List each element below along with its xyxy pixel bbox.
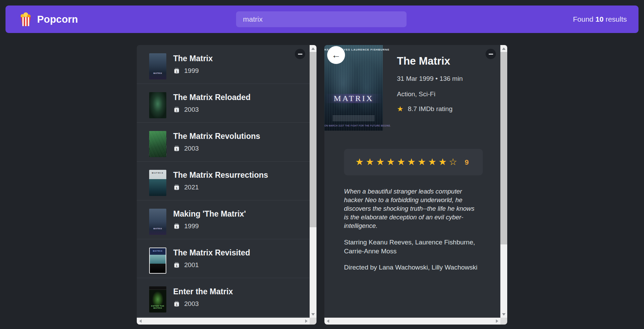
scroll-left-button[interactable] [137,318,144,325]
scroll-right-icon [496,319,498,323]
scrollbar-corner [500,318,507,325]
vertical-scrollbar[interactable] [310,45,317,318]
results-panel-minimize-button[interactable] [295,49,305,59]
scroll-down-button[interactable] [310,311,317,318]
user-rating-value: 9 [465,158,469,166]
svg-text:1: 1 [176,303,177,306]
rating-star-1[interactable]: ★ [355,157,364,167]
back-arrow-icon: ← [332,50,341,61]
results-panel: MATRIX The Matrix 1 1999 The Matrix Relo… [137,45,317,325]
movie-list-item[interactable]: ENTER THE MATRIX Enter the Matrix 1 2003 [137,278,310,317]
poster-tagline: ON MARCH 31ST THE FIGHT FOR THE FUTURE B… [324,124,383,127]
scroll-down-button[interactable] [500,311,507,318]
movie-title: The Matrix Revisited [173,248,250,257]
rating-star-7[interactable]: ★ [418,157,426,167]
scroll-down-icon [502,313,506,316]
poster-label: MATRIX [149,172,166,174]
calendar-icon: 1 [173,184,180,191]
movie-list-item[interactable]: MATRIX The Matrix 1 1999 [137,45,310,84]
detail-content: ← KEANU REEVES LAURENCE FISHBURNE MATRIX… [324,45,500,318]
calendar-icon: 1 [173,67,180,74]
movie-title: The Matrix [173,53,213,63]
vertical-scrollbar[interactable] [500,45,507,318]
svg-text:1: 1 [176,186,177,190]
detail-genres: Action, Sci-Fi [397,90,463,98]
movie-title: Enter the Matrix [173,286,233,296]
scroll-left-button[interactable] [324,318,331,325]
movie-title: The Matrix Resurrections [173,170,268,180]
imdb-star-icon: ★ [397,105,403,113]
calendar-icon: 1 [173,145,180,152]
app-title: Popcorn [37,14,78,25]
movie-poster-thumbnail [149,131,166,157]
rating-star-4[interactable]: ★ [387,157,395,167]
results-suffix: results [606,15,627,23]
app-header: Popcorn Found 10 results [5,6,639,33]
movie-year: 2001 [184,261,199,269]
scroll-up-button[interactable] [500,45,507,52]
horizontal-scrollbar[interactable] [324,318,500,325]
svg-text:1: 1 [176,264,177,267]
rating-star-3[interactable]: ★ [376,157,384,167]
brand: Popcorn [21,6,78,33]
vertical-scrollbar-thumb[interactable] [310,52,317,227]
movie-year: 2003 [184,145,199,152]
rating-star-6[interactable]: ★ [407,157,415,167]
movie-list-item[interactable]: MATRIX Making 'The Matrix' 1 1999 [137,200,310,239]
poster-label: ENTER THE MATRIX [149,305,166,309]
horizontal-scrollbar[interactable] [137,318,310,325]
poster-credits-block [333,116,375,121]
movie-list: MATRIX The Matrix 1 1999 The Matrix Relo… [137,45,310,318]
scrollbar-corner [310,318,317,325]
movie-poster-thumbnail: ENTER THE MATRIX [149,286,166,312]
calendar-icon: 1 [173,300,180,307]
poster-label: MATRIX [150,250,166,252]
search-input[interactable] [236,11,407,27]
scroll-up-icon [502,47,506,50]
movie-list-item[interactable]: The Matrix Revolutions 1 2003 [137,123,310,162]
svg-text:1: 1 [176,70,177,73]
scroll-left-icon [139,319,142,323]
scroll-right-button[interactable] [493,318,500,325]
rating-star-10[interactable]: ☆ [449,157,457,167]
user-rating-stars[interactable]: ★★★★★★★★★☆ [355,157,459,167]
svg-text:1: 1 [176,147,177,151]
movie-year: 2021 [184,184,199,191]
detail-panel-minimize-button[interactable] [486,49,496,59]
calendar-icon: 1 [173,223,180,230]
scroll-down-icon [311,313,315,316]
poster-label: MATRIX [149,228,166,230]
starring-text: Starring Keanu Reeves, Laurence Fishburn… [344,238,482,256]
plot-text: When a beautiful stranger leads computer… [344,187,479,230]
rating-star-8[interactable]: ★ [428,157,436,167]
scroll-right-button[interactable] [303,318,310,325]
scroll-right-icon [305,319,308,323]
vertical-scrollbar-thumb[interactable] [500,52,507,244]
user-rating-widget: ★★★★★★★★★☆ 9 [344,149,483,175]
detail-date-runtime: 31 Mar 1999 • 136 min [397,75,463,83]
movie-poster-thumbnail: MATRIX [149,209,166,235]
directed-by-text: Directed by Lana Wachowski, Lilly Wachow… [344,263,482,272]
scroll-up-button[interactable] [310,45,317,52]
movie-poster-thumbnail: MATRIX [149,53,166,79]
results-prefix: Found [573,15,593,23]
movie-list-item[interactable]: MATRIX The Matrix Resurrections 1 2021 [137,162,310,200]
calendar-icon: 1 [173,262,180,268]
rating-star-9[interactable]: ★ [438,157,447,167]
back-button[interactable]: ← [327,46,345,64]
movie-list-item[interactable]: The Matrix Reloaded 1 2003 [137,84,310,123]
movie-year: 2003 [184,300,199,308]
movie-poster-thumbnail: MATRIX [149,170,166,196]
scroll-left-icon [327,319,329,323]
movie-list-item[interactable]: MATRIX The Matrix Revisited 1 2001 [137,239,310,278]
svg-text:1: 1 [176,109,177,112]
rating-star-2[interactable]: ★ [366,157,374,167]
movie-title: The Matrix Reloaded [173,92,251,102]
rating-star-5[interactable]: ★ [397,157,405,167]
movie-poster-thumbnail: MATRIX [149,248,166,274]
movie-year: 1999 [184,67,199,75]
imdb-rating: 8.7 IMDb rating [408,105,453,113]
calendar-icon: 1 [173,106,180,113]
movie-year: 1999 [184,222,199,230]
movie-poster-thumbnail [149,92,166,118]
